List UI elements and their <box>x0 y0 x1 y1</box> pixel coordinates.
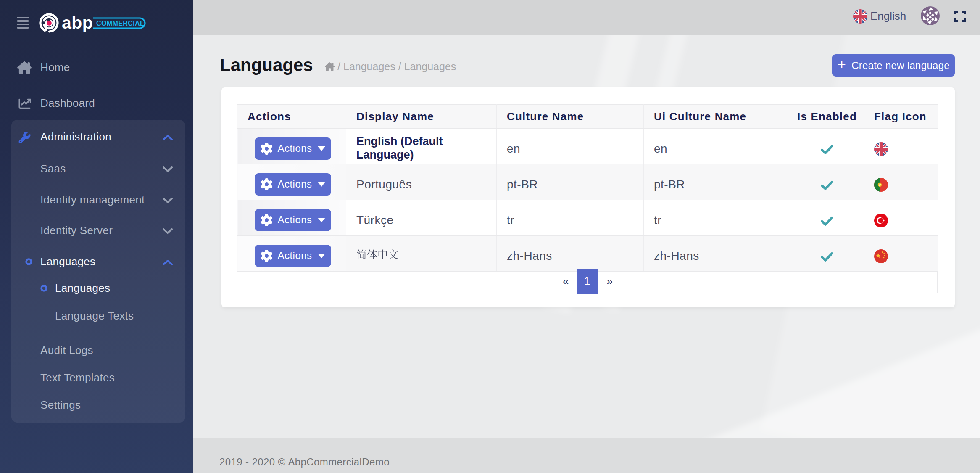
svg-text:COMMERCIAL: COMMERCIAL <box>96 20 144 27</box>
